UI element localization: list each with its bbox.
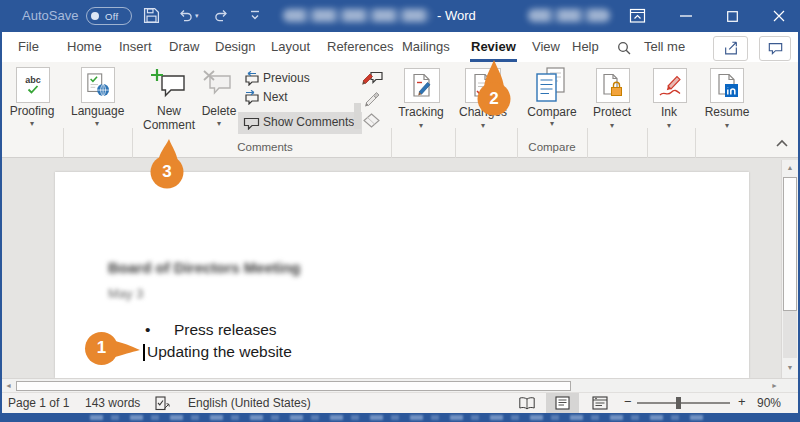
tab-references[interactable]: References: [327, 39, 393, 54]
tab-layout[interactable]: Layout: [271, 39, 310, 54]
comment-icon: [768, 42, 783, 55]
tracking-label: Tracking: [395, 105, 447, 119]
eraser-icon: [363, 113, 380, 128]
callout-badge-3: 3: [149, 138, 185, 190]
vertical-scrollbar[interactable]: ▲ ▼: [781, 160, 798, 378]
compare-button[interactable]: [535, 66, 567, 104]
minimize-icon: [680, 15, 692, 17]
undo-button[interactable]: [177, 8, 193, 23]
tab-design[interactable]: Design: [215, 39, 255, 54]
pen-icon: [363, 91, 380, 107]
changes-dropdown-icon: ▾: [457, 122, 509, 130]
share-icon: [723, 41, 739, 56]
resume-label: Resume: [701, 105, 753, 119]
ink-icon: [658, 74, 682, 98]
protect-label: Protect: [586, 105, 638, 119]
next-comment-button[interactable]: [242, 90, 260, 105]
protect-button[interactable]: [596, 68, 630, 103]
autosave-label: AutoSave: [22, 8, 78, 23]
ink-dropdown-icon: ▾: [643, 122, 695, 130]
compare-group-label: Compare: [524, 141, 580, 153]
callout-3-number: 3: [155, 162, 180, 182]
save-button[interactable]: [143, 7, 160, 24]
horizontal-scrollbar[interactable]: ◄ ►: [0, 378, 800, 392]
tracking-button[interactable]: [404, 68, 440, 103]
minimize-button[interactable]: [672, 0, 700, 32]
document-title-blurred: [283, 9, 431, 22]
new-comment-button[interactable]: [151, 68, 187, 100]
resume-button[interactable]: [710, 68, 744, 103]
callout-badge-2: 2: [476, 59, 512, 117]
tab-mailings[interactable]: Mailings: [402, 39, 450, 54]
zoom-slider-handle[interactable]: [676, 397, 681, 409]
share-button[interactable]: [713, 36, 748, 61]
collapse-ribbon-button[interactable]: [775, 138, 789, 148]
app-title: - Word: [437, 8, 476, 23]
page-count[interactable]: Page 1 of 1: [8, 396, 69, 410]
quick-access-customize-button[interactable]: [248, 10, 262, 22]
tab-review[interactable]: Review: [471, 39, 516, 54]
status-bar: Page 1 of 1 143 words English (United St…: [0, 392, 800, 413]
tell-me-label[interactable]: Tell me: [644, 39, 685, 54]
scroll-up-icon[interactable]: ▲: [782, 162, 798, 174]
zoom-slider-track[interactable]: [637, 402, 730, 404]
vertical-scroll-track[interactable]: [783, 311, 797, 358]
ink-label: Ink: [643, 105, 695, 119]
pens-gallery-scrollbar[interactable]: [354, 103, 361, 129]
print-layout-button[interactable]: [546, 393, 579, 413]
bullet-icon: •: [145, 321, 150, 339]
comments-button[interactable]: [759, 36, 791, 61]
save-icon: [143, 7, 160, 24]
delete-comment-button[interactable]: [202, 70, 232, 97]
close-icon: [773, 10, 785, 22]
autosave-toggle[interactable]: Off: [86, 7, 132, 25]
horizontal-scroll-thumb[interactable]: [16, 381, 571, 391]
language-status[interactable]: English (United States): [188, 396, 311, 410]
close-button[interactable]: [764, 0, 794, 32]
show-comments-button[interactable]: Show Comments: [238, 112, 362, 134]
read-mode-button[interactable]: [518, 396, 536, 411]
zoom-in-button[interactable]: +: [738, 395, 746, 409]
tracking-dropdown-icon: ▾: [395, 122, 447, 130]
ribbon: abc Proofing ▾ Language ▾ New: [0, 62, 800, 158]
window-left-border: [0, 32, 2, 413]
zoom-level[interactable]: 90%: [757, 396, 781, 410]
previous-label[interactable]: Previous: [263, 71, 310, 85]
undo-dropdown-icon[interactable]: ▾: [195, 12, 199, 20]
maximize-button[interactable]: [718, 0, 746, 32]
chevron-up-icon: [775, 138, 789, 148]
redo-button[interactable]: [214, 8, 230, 23]
zoom-out-button[interactable]: −: [624, 395, 632, 409]
proofing-button[interactable]: abc: [16, 67, 50, 103]
word-count[interactable]: 143 words: [85, 396, 140, 410]
check-icon: [27, 85, 39, 94]
ink-button[interactable]: [653, 68, 687, 103]
scroll-left-icon[interactable]: ◄: [2, 380, 15, 392]
tab-view[interactable]: View: [532, 39, 560, 54]
web-layout-button[interactable]: [592, 396, 608, 410]
previous-comment-button[interactable]: [242, 71, 260, 86]
pen-button[interactable]: [363, 91, 380, 107]
ink-comment-pen-button[interactable]: [362, 69, 383, 86]
proofing-status-button[interactable]: [155, 396, 170, 411]
bottom-strip-blur: [90, 415, 710, 420]
comments-group-label: Comments: [233, 141, 297, 153]
language-button[interactable]: [81, 67, 115, 103]
web-layout-icon: [592, 396, 608, 410]
scroll-right-icon[interactable]: ►: [768, 380, 781, 392]
ribbon-display-options-button[interactable]: [629, 8, 646, 24]
eraser-button[interactable]: [363, 113, 380, 128]
tab-draw[interactable]: Draw: [169, 39, 199, 54]
red-pen-comment-icon: [362, 69, 383, 86]
compare-label: Compare: [526, 105, 578, 119]
previous-comment-icon: [242, 71, 260, 86]
tab-insert[interactable]: Insert: [119, 39, 152, 54]
next-label[interactable]: Next: [263, 90, 288, 104]
tab-file[interactable]: File: [18, 39, 39, 54]
tab-help[interactable]: Help: [572, 39, 599, 54]
scroll-down-icon[interactable]: ▼: [782, 362, 798, 374]
vertical-scroll-thumb[interactable]: [783, 177, 797, 311]
tab-home[interactable]: Home: [67, 39, 102, 54]
tell-me-search[interactable]: [617, 41, 631, 55]
protect-dropdown-icon: ▾: [586, 122, 638, 130]
